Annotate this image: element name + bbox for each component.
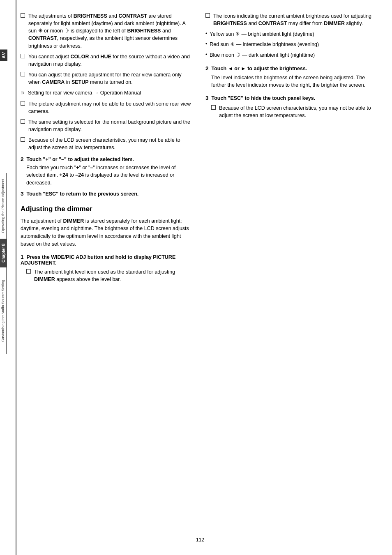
right-step3-heading: 3 Touch "ESC" to hide the touch panel ke… [205, 95, 378, 101]
sidebar-av-label: AV [0, 49, 7, 61]
checkbox-icon [21, 101, 25, 106]
step2-heading: 2 Touch "+" or "–" to adjust the selecte… [21, 156, 193, 162]
bullet-content: The ambient light level icon used as the… [34, 268, 193, 283]
step3-heading: 3 Touch "ESC" to return to the previous … [21, 191, 193, 197]
dimmer-step1-number: 1 [21, 254, 24, 260]
two-col-layout: The adjustments of BRIGHTNESS and CONTRA… [21, 12, 380, 525]
bullet-dot: • [205, 30, 207, 38]
sidebar-customising-label: Customising the Audio Source Setting [0, 267, 7, 354]
dot-yellow-sun: • Yellow sun ✳ — bright ambient light (d… [205, 30, 378, 38]
checkbox-icon [26, 269, 31, 274]
right-step2-heading: 2 Touch ◄ or ► to adjust the brightness. [205, 65, 378, 71]
bullet-content: The adjustments of BRIGHTNESS and CONTRA… [28, 12, 193, 50]
dot-blue-moon: • Blue moon ☽ — dark ambient light (nigh… [205, 51, 378, 59]
arrow-icon: ⊃ [21, 90, 25, 97]
sidebar: AV Operating the Picture Adjustment Chap… [0, 0, 16, 555]
page-container: AV Operating the Picture Adjustment Chap… [0, 0, 392, 555]
dimmer-step1-body: The ambient light level icon used as the… [26, 268, 193, 283]
bullet-content: The icons indicating the current ambient… [213, 12, 378, 27]
main-content: The adjustments of BRIGHTNESS and CONTRA… [16, 0, 392, 555]
bullet-content: Because of the LCD screen characteris­ti… [219, 104, 378, 119]
checkbox-icon [21, 137, 25, 142]
bullet-icons-indicating: The icons indicating the current ambient… [205, 12, 378, 27]
bullet-content: You cannot adjust COLOR and HUE for the … [28, 53, 193, 68]
bullet-arrow-camera: ⊃ Setting for rear view camera → Operati… [21, 89, 193, 97]
bullet-content: Because of the LCD screen characteris­ti… [28, 136, 193, 151]
sidebar-operating-label: Operating the Picture Adjustment [0, 173, 7, 239]
bullet-dimmer-icon: The ambient light level icon used as the… [26, 268, 193, 283]
right-column: The icons indicating the current ambient… [205, 12, 378, 525]
dot-content: Yellow sun ✳ — bright ambient light (day… [210, 30, 314, 38]
checkbox-icon [205, 13, 210, 18]
dimmer-step1-heading: 1 Press the WIDE/PIC ADJ button and hold… [21, 254, 193, 266]
bullet-brightness-contrast: The adjustments of BRIGHTNESS and CONTRA… [21, 12, 193, 50]
right-step2-body: The level indicates the brightness of th… [211, 74, 378, 90]
section-dimmer-intro: The adjustment of DIMMER is stored separ… [21, 217, 193, 248]
bullet-content: The same setting is selected for the nor… [28, 118, 193, 133]
left-column: The adjustments of BRIGHTNESS and CONTRA… [21, 12, 193, 525]
bullet-lcd-temp: Because of the LCD screen characteris­ti… [21, 136, 193, 151]
bullet-content: You can adjust the picture adjustment fo… [28, 71, 193, 86]
bullet-color-hue: You cannot adjust COLOR and HUE for the … [21, 53, 193, 68]
sidebar-chapter-label: Chapter 8 [0, 239, 7, 267]
right-step3-body: Because of the LCD screen characteris­ti… [211, 104, 378, 119]
checkbox-icon [21, 13, 25, 18]
section-dimmer-heading: Adjusting the dimmer [21, 205, 193, 213]
step3-number: 3 [21, 191, 24, 197]
right-step3-number: 3 [205, 95, 209, 101]
checkbox-icon [21, 72, 25, 76]
bullet-camera-setup: You can adjust the picture adjustment fo… [21, 71, 193, 86]
right-step2-number: 2 [205, 65, 209, 71]
bullet-rear-camera-adj: The picture adjustment may not be able t… [21, 100, 193, 115]
bullet-dot: • [205, 51, 207, 59]
dot-red-sun: • Red sun ✳ — intermediate brightness (e… [205, 41, 378, 48]
step2-body: Each time you touch "+" or "–" increases… [26, 164, 193, 186]
bullet-dot: • [205, 41, 207, 48]
bullet-content: Setting for rear view camera → Operation… [28, 89, 193, 97]
bullet-content: The picture adjustment may not be able t… [28, 100, 193, 115]
checkbox-icon [21, 54, 25, 58]
dot-content: Blue moon ☽ — dark ambient light (nightt… [210, 51, 315, 59]
bullet-same-setting: The same setting is selected for the nor… [21, 118, 193, 133]
checkbox-icon [21, 119, 25, 124]
dot-content: Red sun ✳ — intermediate brightness (eve… [210, 41, 319, 48]
bullet-esc-lcd: Because of the LCD screen characteris­ti… [211, 104, 378, 119]
page-number: 112 [21, 537, 380, 543]
step2-number: 2 [21, 156, 24, 162]
checkbox-icon [211, 105, 216, 110]
